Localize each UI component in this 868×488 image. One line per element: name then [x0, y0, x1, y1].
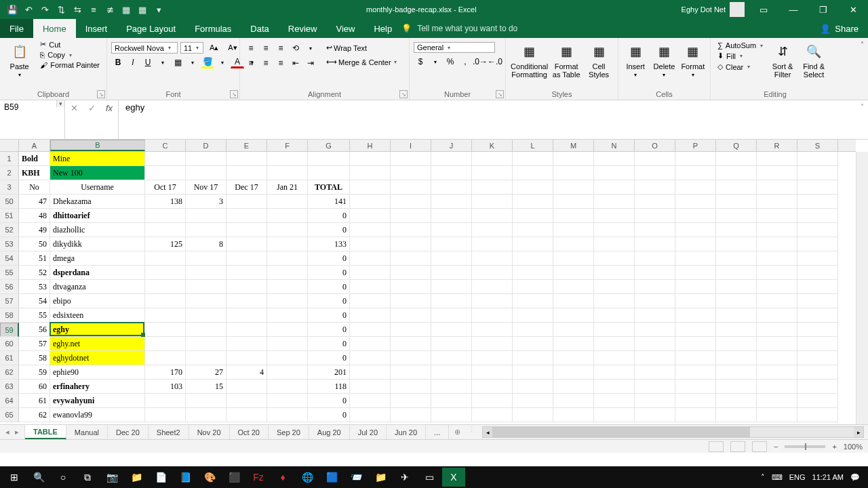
sheet-tab[interactable]: Oct 20 [230, 425, 269, 439]
cell[interactable] [675, 323, 716, 337]
cell[interactable] [513, 251, 553, 266]
cell[interactable]: 57 [19, 337, 50, 351]
autosum-button[interactable]: ∑ AutoSum [715, 41, 766, 50]
cell[interactable]: 125 [145, 237, 186, 251]
cell[interactable] [186, 337, 226, 351]
cell[interactable] [594, 180, 635, 195]
cell[interactable] [797, 323, 838, 337]
column-header[interactable]: I [391, 140, 431, 151]
cell[interactable] [716, 337, 757, 351]
cell[interactable]: 54 [19, 294, 50, 308]
cell[interactable]: No [19, 180, 50, 195]
increase-indent-icon[interactable]: ⇥ [304, 57, 317, 69]
cell[interactable] [513, 351, 553, 365]
app-icon[interactable]: 📨 [344, 468, 368, 487]
sheet-tab[interactable]: Aug 20 [309, 425, 350, 439]
cell[interactable] [757, 294, 797, 308]
cell[interactable]: dhittoarief [50, 209, 145, 223]
tab-home[interactable]: Home [33, 19, 76, 38]
cell[interactable] [350, 195, 391, 209]
cell[interactable] [797, 294, 838, 308]
cell[interactable] [267, 351, 308, 365]
cell[interactable] [145, 166, 186, 180]
avatar[interactable] [730, 2, 745, 17]
cell[interactable] [716, 237, 757, 251]
tab-page-layout[interactable]: Page Layout [117, 19, 185, 38]
cell[interactable] [145, 351, 186, 365]
qat-icon[interactable]: ≡ [87, 3, 100, 16]
cell[interactable] [675, 408, 716, 422]
number-format-select[interactable]: General [414, 42, 495, 53]
cell[interactable] [186, 223, 226, 237]
cell[interactable] [797, 266, 838, 280]
cell[interactable] [594, 337, 635, 351]
cell[interactable] [145, 408, 186, 422]
cell[interactable] [594, 323, 635, 337]
app-icon[interactable]: ⬛ [222, 468, 245, 487]
cell[interactable] [145, 223, 186, 237]
cell[interactable]: 0 [308, 351, 350, 365]
cell[interactable] [757, 223, 797, 237]
zoom-in-icon[interactable]: + [832, 443, 836, 451]
app-icon[interactable]: 📁 [369, 468, 392, 487]
cell[interactable] [757, 394, 797, 408]
cell[interactable] [145, 209, 186, 223]
chrome-icon[interactable]: 🌐 [296, 468, 319, 487]
cell[interactable] [635, 251, 675, 266]
cell[interactable] [391, 266, 431, 280]
cell[interactable] [594, 308, 635, 323]
conditional-formatting-button[interactable]: ▦Conditional Formatting [510, 39, 549, 79]
cell[interactable] [472, 365, 513, 380]
cell[interactable] [675, 365, 716, 380]
cell[interactable] [431, 337, 472, 351]
cell[interactable]: 49 [19, 223, 50, 237]
cell[interactable]: Jan 21 [267, 180, 308, 195]
cell[interactable]: 4 [226, 365, 267, 380]
cell[interactable] [226, 237, 267, 251]
close-icon[interactable]: ✕ [838, 0, 868, 19]
cell[interactable] [594, 408, 635, 422]
cell[interactable] [716, 166, 757, 180]
cell[interactable] [797, 337, 838, 351]
cell[interactable] [186, 308, 226, 323]
find-select-button[interactable]: 🔍Find & Select [800, 39, 828, 79]
cell[interactable] [472, 337, 513, 351]
fill-button[interactable]: ⬇ Fill [715, 51, 766, 61]
save-icon[interactable]: 💾 [5, 3, 19, 16]
cell[interactable] [553, 308, 594, 323]
cell[interactable] [553, 365, 594, 380]
cell[interactable] [513, 323, 553, 337]
column-header[interactable]: H [350, 140, 391, 151]
cell[interactable]: 0 [308, 266, 350, 280]
cell[interactable] [553, 152, 594, 166]
cell[interactable] [267, 308, 308, 323]
fill-color-icon[interactable]: 🪣 [201, 56, 214, 68]
column-header[interactable]: N [594, 140, 635, 151]
cell[interactable] [350, 408, 391, 422]
cell[interactable] [186, 394, 226, 408]
cell[interactable] [553, 337, 594, 351]
cell[interactable] [757, 337, 797, 351]
row-header[interactable]: 1 [0, 152, 19, 166]
cell[interactable]: eghy [50, 323, 145, 337]
decrease-decimal-icon[interactable]: ←.0 [488, 56, 502, 68]
cell[interactable] [267, 251, 308, 266]
cell[interactable] [472, 394, 513, 408]
cell[interactable]: 0 [308, 323, 350, 337]
cell[interactable] [594, 280, 635, 294]
cell[interactable] [675, 294, 716, 308]
cell[interactable] [635, 223, 675, 237]
app-icon[interactable]: ▭ [418, 468, 441, 487]
cell[interactable] [513, 180, 553, 195]
percent-icon[interactable]: % [443, 56, 457, 68]
cell[interactable] [635, 237, 675, 251]
cell[interactable] [635, 180, 675, 195]
cell[interactable]: eghy.net [50, 337, 145, 351]
column-header[interactable]: K [472, 140, 513, 151]
cell[interactable] [635, 408, 675, 422]
cell[interactable]: erfinahery [50, 380, 145, 394]
cell[interactable] [226, 337, 267, 351]
sheet-tab[interactable]: Nov 20 [189, 425, 230, 439]
redo-icon[interactable]: ↷ [38, 3, 52, 16]
column-header[interactable]: B [50, 140, 145, 151]
